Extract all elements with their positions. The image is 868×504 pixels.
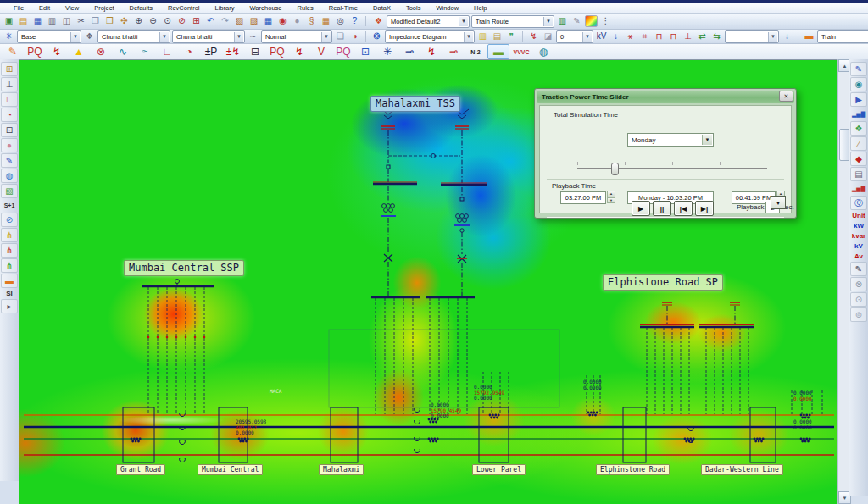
- chevron-down-icon[interactable]: ▼: [234, 32, 243, 42]
- unit-label[interactable]: Unit: [851, 211, 866, 220]
- heatmap-icon[interactable]: [585, 15, 598, 27]
- start-time-field[interactable]: 03:27:00 PM: [560, 191, 606, 204]
- waveform-icon[interactable]: ≈: [135, 45, 155, 58]
- report-icon[interactable]: ▤: [850, 167, 867, 181]
- recycle-bin-icon[interactable]: ⊘: [1, 213, 18, 227]
- query-icon[interactable]: Ⓠ: [850, 196, 867, 210]
- zoom-out-icon[interactable]: ⊖: [147, 15, 159, 27]
- step-forward-button[interactable]: ▶|: [695, 201, 714, 216]
- globe-icon[interactable]: ◍: [1, 169, 18, 183]
- day-select[interactable]: Monday ▼: [627, 133, 714, 147]
- slider-track[interactable]: [577, 168, 767, 169]
- menu-defaults[interactable]: Defaults: [128, 4, 155, 12]
- motor-start-icon[interactable]: ⊗: [91, 45, 111, 58]
- presentation-icon[interactable]: ❂: [370, 30, 383, 42]
- meter-icon[interactable]: ⊙: [850, 292, 867, 307]
- help-icon[interactable]: ?: [348, 15, 361, 27]
- blank-select[interactable]: ▼: [725, 30, 779, 43]
- diagram-select[interactable]: Impedance Diagram ▼: [385, 30, 475, 43]
- traction-power-time-slider-dialog[interactable]: Traction Power Time Slider ✕ Total Simul…: [534, 88, 797, 219]
- tree-red-icon[interactable]: ⋔: [1, 243, 18, 258]
- menu-real-time[interactable]: Real-Time: [327, 4, 359, 12]
- comment-icon[interactable]: ❞: [505, 30, 518, 42]
- menu-help[interactable]: Help: [472, 4, 488, 12]
- chevron-down-icon[interactable]: ▼: [159, 32, 169, 42]
- groups-icon[interactable]: ◉: [276, 15, 289, 27]
- zoom-window-icon[interactable]: ⊙: [161, 15, 174, 27]
- dot-matrix-icon[interactable]: ⊡: [1, 123, 18, 137]
- tcc-curve-icon[interactable]: ∟: [1, 92, 18, 107]
- si-units-label[interactable]: SI: [2, 289, 17, 298]
- menu-datax[interactable]: DataX: [371, 4, 392, 12]
- theme-select[interactable]: Modified Default2 ▼: [387, 15, 470, 28]
- label-grant-road[interactable]: Grant Road: [116, 464, 165, 475]
- print-icon[interactable]: ▥: [46, 15, 58, 27]
- etrax-run-icon[interactable]: ◍: [533, 45, 554, 58]
- swap-a-icon[interactable]: ⇄: [696, 30, 709, 42]
- chevron-down-icon[interactable]: ▼: [768, 32, 777, 42]
- paste-format-icon[interactable]: ❏: [334, 30, 347, 42]
- device-icon[interactable]: ⊚: [850, 307, 867, 322]
- pen-vertical-icon[interactable]: ✎: [850, 262, 867, 276]
- kv-label-icon[interactable]: kV: [595, 30, 608, 42]
- schedule-icon[interactable]: S+1: [2, 199, 17, 212]
- switch-a-icon[interactable]: ⊸: [399, 45, 420, 58]
- vvvc-icon[interactable]: VVVC: [511, 45, 531, 58]
- row2-overflow-icon[interactable]: ⋮: [599, 15, 612, 27]
- swap-b-icon[interactable]: ⇆: [710, 30, 723, 42]
- transient-icon[interactable]: ∿: [113, 45, 133, 58]
- curve-icon[interactable]: ∟: [157, 45, 177, 58]
- note-icon[interactable]: ▥: [476, 30, 489, 42]
- alarm-icon[interactable]: ◆: [850, 152, 867, 166]
- pencil-icon[interactable]: ✎: [3, 45, 23, 58]
- star-point-icon[interactable]: ✳: [377, 45, 398, 58]
- coil-icon[interactable]: ◔: [179, 45, 199, 58]
- chevron-down-icon[interactable]: ▼: [321, 32, 331, 42]
- label-mahalaxmi[interactable]: Mahalaxmi: [319, 464, 364, 475]
- chevron-down-icon[interactable]: ▼: [582, 32, 592, 42]
- pq-flow-icon[interactable]: PQ: [25, 45, 45, 58]
- menu-warehouse[interactable]: Warehouse: [248, 4, 283, 12]
- chevron-down-icon[interactable]: ▼: [70, 32, 80, 42]
- kw-label[interactable]: kW: [851, 221, 866, 230]
- cut-icon[interactable]: ✂: [75, 15, 87, 27]
- menu-view[interactable]: View: [64, 4, 81, 12]
- pause-button[interactable]: ||: [653, 201, 671, 216]
- label-dadar-western-line[interactable]: Dadar-Western Line: [701, 464, 783, 475]
- copy-icon[interactable]: ❐: [89, 15, 102, 27]
- plus-bolt-icon[interactable]: ±↯: [223, 45, 243, 58]
- orange-bar-icon[interactable]: ▬: [1, 274, 18, 288]
- transformer-detail-icon[interactable]: ⊥: [1, 77, 18, 91]
- config-select-1[interactable]: Chuna bhatti ▼: [97, 30, 170, 43]
- menu-tools[interactable]: Tools: [404, 4, 423, 12]
- av-label[interactable]: Av: [851, 252, 866, 261]
- link-icon[interactable]: §: [305, 15, 318, 27]
- edit-style-icon[interactable]: ✎: [570, 15, 583, 27]
- label-elphistone-road-sp[interactable]: Elphistone Road SP: [603, 274, 723, 291]
- marker-icon[interactable]: ✎: [1, 153, 18, 168]
- tree-diamond-icon[interactable]: ⋔: [1, 228, 18, 242]
- train-route-icon[interactable]: ▶: [850, 92, 867, 107]
- network-tree-icon[interactable]: ⊞: [1, 62, 18, 76]
- chevron-down-icon[interactable]: ▼: [464, 32, 473, 42]
- open-icon[interactable]: ▤: [17, 15, 30, 27]
- switch-b-icon[interactable]: ⊸: [443, 45, 464, 58]
- study-drop-arrow-icon[interactable]: ↓: [781, 30, 793, 42]
- train-case-icon[interactable]: ▬: [803, 30, 815, 42]
- time-slider[interactable]: [577, 160, 767, 174]
- menu-library[interactable]: Library: [214, 4, 236, 12]
- drop-arrow-icon[interactable]: ↓: [609, 30, 622, 42]
- chart-mode-icon[interactable]: ▥: [556, 15, 569, 27]
- label-lower-parel[interactable]: Lower Parel: [472, 464, 526, 475]
- node-icon[interactable]: ⊡: [355, 45, 376, 58]
- chevron-down-icon[interactable]: ▼: [543, 17, 553, 26]
- redo-icon[interactable]: ↷: [219, 15, 231, 27]
- step-back-button[interactable]: |◀: [674, 201, 693, 216]
- contingency-icon[interactable]: ↯: [527, 30, 540, 42]
- zoom-in-icon[interactable]: ⊕: [132, 15, 145, 27]
- chevron-down-icon[interactable]: ▼: [459, 17, 468, 26]
- revision-icon[interactable]: ✳: [3, 30, 15, 42]
- column-chart-icon[interactable]: ▂▅▇: [851, 182, 866, 195]
- folder-view-icon[interactable]: ▤: [491, 30, 504, 42]
- bolt-3-icon[interactable]: ↯: [421, 45, 442, 58]
